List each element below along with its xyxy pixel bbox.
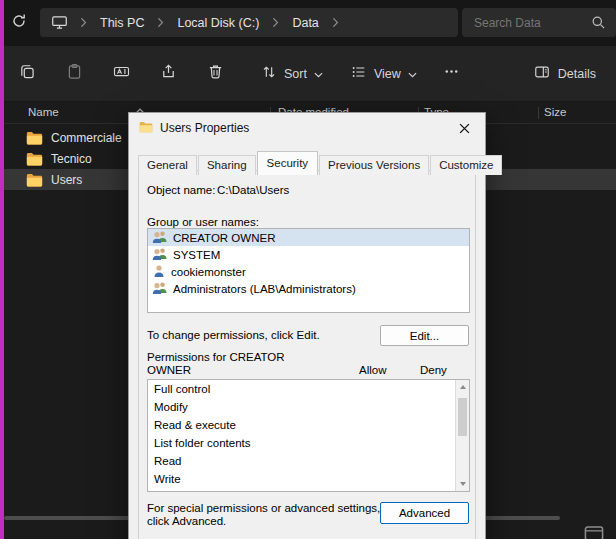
breadcrumb-item-this-pc[interactable]: This PC bbox=[100, 16, 144, 30]
permission-name: Modify bbox=[154, 401, 188, 413]
left-accent-strip bbox=[0, 0, 4, 539]
view-icon bbox=[351, 64, 367, 83]
principal-name: Administrators (LAB\Administrators) bbox=[173, 283, 356, 295]
tab-security[interactable]: Security bbox=[257, 151, 319, 175]
principal-row-system[interactable]: SYSTEM bbox=[148, 246, 469, 263]
chevron-right-icon[interactable] bbox=[157, 17, 164, 28]
file-name: Commerciale bbox=[51, 131, 122, 145]
group-icon bbox=[152, 230, 168, 246]
column-header-name[interactable]: Name bbox=[28, 106, 59, 118]
rename-icon bbox=[113, 63, 130, 84]
user-icon bbox=[152, 264, 166, 280]
dialog-title: Users Properties bbox=[160, 121, 249, 135]
search-input[interactable] bbox=[474, 16, 584, 30]
allow-column-header: Allow bbox=[359, 364, 386, 376]
principal-row-administrators[interactable]: Administrators (LAB\Administrators) bbox=[148, 280, 469, 297]
paste-button[interactable] bbox=[57, 57, 91, 91]
dialog-close-button[interactable] bbox=[449, 118, 479, 140]
principal-name: cookiemonster bbox=[171, 266, 246, 278]
object-name-label: Object name: bbox=[147, 184, 215, 196]
sort-button[interactable]: Sort bbox=[251, 57, 333, 90]
tab-general[interactable]: General bbox=[138, 155, 197, 175]
paste-icon bbox=[66, 63, 83, 84]
file-name: Tecnico bbox=[51, 152, 92, 166]
permission-name: Full control bbox=[154, 383, 210, 395]
scroll-down-icon[interactable] bbox=[460, 482, 466, 486]
principal-name: SYSTEM bbox=[173, 249, 220, 261]
permission-row-read-execute[interactable]: Read & execute bbox=[148, 416, 469, 434]
this-pc-icon bbox=[52, 16, 67, 29]
permission-row-read[interactable]: Read bbox=[148, 452, 469, 470]
advanced-instruction: For special permissions or advanced sett… bbox=[147, 502, 387, 528]
view-button[interactable]: View bbox=[341, 57, 427, 90]
more-options-button[interactable] bbox=[435, 57, 469, 91]
search-box[interactable] bbox=[462, 8, 616, 37]
refresh-button[interactable] bbox=[7, 11, 31, 35]
dialog-tab-strip: General Sharing Security Previous Versio… bbox=[138, 151, 503, 175]
details-label: Details bbox=[558, 67, 596, 81]
tab-previous-versions[interactable]: Previous Versions bbox=[319, 155, 429, 175]
chevron-down-icon bbox=[314, 67, 323, 81]
object-name-value: C:\Data\Users bbox=[217, 184, 289, 196]
close-icon bbox=[459, 123, 470, 136]
edit-button[interactable]: Edit... bbox=[380, 325, 469, 346]
properties-dialog-icon bbox=[139, 121, 153, 136]
permission-name: Write bbox=[154, 473, 181, 485]
breadcrumb-item-local-disk-c[interactable]: Local Disk (C:) bbox=[177, 16, 259, 30]
chevron-right-icon[interactable] bbox=[272, 17, 279, 28]
scrollbar-thumb[interactable] bbox=[458, 398, 467, 436]
permission-row-modify[interactable]: Modify bbox=[148, 398, 469, 416]
column-header-size[interactable]: Size bbox=[544, 106, 566, 118]
principal-name: CREATOR OWNER bbox=[173, 232, 275, 244]
folder-icon bbox=[26, 173, 43, 187]
permission-name: List folder contents bbox=[154, 437, 251, 449]
deny-column-header: Deny bbox=[420, 364, 447, 376]
details-button[interactable]: Details bbox=[524, 57, 606, 90]
principal-row-cookiemonster[interactable]: cookiemonster bbox=[148, 263, 469, 280]
search-icon[interactable] bbox=[591, 15, 606, 34]
delete-button[interactable] bbox=[198, 57, 232, 91]
chevron-right-icon[interactable] bbox=[80, 17, 87, 28]
permissions-list: Full control Modify Read & execute List … bbox=[147, 379, 470, 492]
status-corner-icon[interactable] bbox=[584, 526, 604, 539]
copy-button[interactable] bbox=[10, 57, 44, 91]
users-properties-dialog: Users Properties General Sharing Securit… bbox=[128, 112, 486, 539]
permission-name: Read bbox=[154, 455, 182, 467]
file-name: Users bbox=[51, 173, 82, 187]
details-pane-icon bbox=[534, 64, 550, 83]
address-bar[interactable]: This PC Local Disk (C:) Data bbox=[40, 8, 458, 37]
scroll-up-icon[interactable] bbox=[460, 385, 466, 389]
explorer-window: This PC Local Disk (C:) Data bbox=[0, 0, 616, 539]
permission-row-full-control[interactable]: Full control bbox=[148, 380, 469, 398]
group-or-user-names-label: Group or user names: bbox=[147, 216, 259, 228]
refresh-icon bbox=[11, 13, 27, 33]
sort-icon bbox=[261, 64, 277, 83]
chevron-down-icon bbox=[408, 67, 417, 81]
breadcrumb-item-data[interactable]: Data bbox=[292, 16, 318, 30]
tab-customize[interactable]: Customize bbox=[430, 155, 502, 175]
permissions-scrollbar[interactable] bbox=[455, 380, 469, 491]
group-or-user-names-list: CREATOR OWNER SYSTEM cookiemonster Admin… bbox=[147, 228, 470, 313]
command-bar: Sort View Details bbox=[0, 46, 616, 102]
permission-row-list-folder-contents[interactable]: List folder contents bbox=[148, 434, 469, 452]
group-icon bbox=[152, 247, 168, 263]
folder-icon bbox=[26, 131, 43, 145]
group-icon bbox=[152, 281, 168, 297]
permission-name: Read & execute bbox=[154, 419, 236, 431]
principal-row-creator-owner[interactable]: CREATOR OWNER bbox=[148, 229, 469, 246]
sort-label: Sort bbox=[284, 67, 307, 81]
folder-icon bbox=[26, 152, 43, 166]
share-button[interactable] bbox=[151, 57, 185, 91]
view-label: View bbox=[374, 67, 401, 81]
chevron-right-icon[interactable] bbox=[332, 17, 339, 28]
share-icon bbox=[160, 63, 177, 84]
permission-row-write[interactable]: Write bbox=[148, 470, 469, 488]
dialog-title-bar[interactable]: Users Properties bbox=[129, 113, 485, 143]
tab-sharing[interactable]: Sharing bbox=[198, 155, 256, 175]
edit-instruction: To change permissions, click Edit. bbox=[147, 329, 320, 341]
advanced-button[interactable]: Advanced bbox=[380, 502, 469, 524]
trash-icon bbox=[207, 63, 224, 84]
column-divider[interactable] bbox=[538, 107, 539, 119]
copy-icon bbox=[19, 63, 36, 84]
rename-button[interactable] bbox=[104, 57, 138, 91]
